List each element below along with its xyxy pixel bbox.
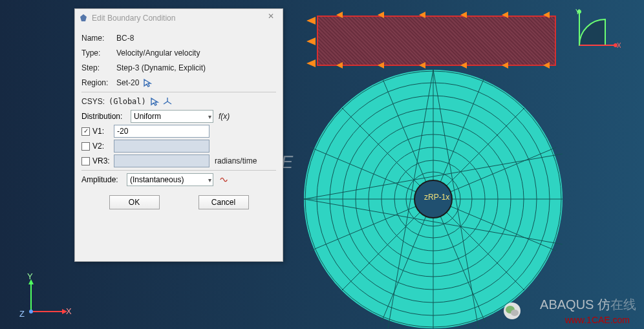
amplitude-label: Amplitude: (81, 175, 127, 184)
velocity-arrow (306, 37, 316, 45)
velocity-arrow (502, 62, 508, 69)
velocity-arrow (543, 12, 550, 18)
fx-label: f(x) (219, 112, 230, 121)
name-value: BC-8 (116, 34, 134, 43)
pick-icon[interactable] (143, 78, 152, 87)
vr3-checkbox-row: VR3: (81, 156, 114, 165)
amplitude-combo[interactable]: (Instantaneous) ▾ (127, 173, 213, 186)
chevron-down-icon: ▾ (208, 113, 211, 120)
v1-checkbox[interactable] (81, 127, 90, 136)
amplitude-wave-icon[interactable] (220, 175, 229, 184)
reference-point-label: zRP-1x (424, 193, 449, 202)
velocity-arrow (502, 12, 508, 18)
csys-label: CSYS: (81, 97, 109, 106)
velocity-arrow (306, 59, 316, 67)
distribution-combo[interactable]: Uniform ▾ (131, 110, 213, 123)
chevron-down-icon: ▾ (208, 176, 211, 184)
watermark-url: www.1CAE.com (565, 315, 630, 325)
velocity-arrow (419, 62, 425, 69)
vr3-input[interactable] (114, 154, 209, 167)
svg-marker-35 (80, 14, 87, 21)
axis-x-label: X (66, 306, 72, 316)
axis-y-label: Y (27, 271, 33, 281)
vr3-checkbox[interactable] (81, 157, 90, 165)
v1-input[interactable]: -20 (114, 125, 209, 138)
velocity-arrow (378, 12, 384, 18)
watermark-app: ABAQUS 仿在线 (540, 296, 636, 313)
type-value: Velocity/Angular velocity (116, 48, 200, 58)
velocity-arrow (419, 12, 425, 18)
v2-checkbox-row: V2: (81, 142, 114, 151)
v1-label: V1: (92, 127, 104, 136)
pick-icon[interactable] (150, 97, 159, 106)
svg-text:Y: Y (575, 9, 580, 16)
dialog-titlebar[interactable]: Edit Boundary Condition ✕ (75, 9, 283, 27)
app-icon (79, 14, 88, 23)
step-label: Step: (81, 63, 116, 72)
velocity-arrow (543, 62, 550, 69)
v1-checkbox-row: V1: (81, 127, 114, 136)
v2-checkbox[interactable] (81, 142, 90, 151)
wechat-icon (503, 302, 521, 320)
ok-button[interactable]: OK (109, 195, 160, 209)
csys-value: (Global) (109, 97, 146, 106)
orientation-triad-bottom-left: X Y Z (19, 277, 71, 322)
cancel-button[interactable]: Cancel (199, 195, 249, 209)
dialog-title: Edit Boundary Condition (92, 14, 263, 23)
name-label: Name: (81, 34, 116, 43)
distribution-label: Distribution: (81, 112, 131, 121)
velocity-arrow (460, 12, 467, 18)
v2-label: V2: (92, 142, 104, 151)
region-value: Set-20 (116, 78, 139, 87)
edit-boundary-condition-dialog: Edit Boundary Condition ✕ Name: BC-8 Typ… (74, 8, 283, 262)
csys-axes-icon[interactable] (163, 97, 172, 106)
axis-z-label: Z (19, 309, 25, 319)
velocity-arrow (460, 62, 467, 69)
region-label: Region: (81, 78, 116, 87)
svg-point-34 (511, 310, 519, 316)
svg-point-31 (29, 310, 33, 313)
vr3-label: VR3: (92, 156, 110, 165)
velocity-mesh-bar (317, 16, 556, 66)
svg-text:X: X (617, 42, 621, 49)
velocity-arrow (306, 17, 316, 25)
step-value: Step-3 (Dynamic, Explicit) (116, 63, 206, 72)
orientation-triad-top-right: X Y (575, 9, 621, 52)
velocity-arrow (336, 62, 343, 69)
velocity-arrow (378, 62, 384, 69)
type-label: Type: (81, 48, 116, 58)
v2-input[interactable] (114, 140, 209, 153)
vr3-units: radians/time (215, 156, 257, 165)
velocity-arrow (336, 12, 343, 18)
close-icon[interactable]: ✕ (263, 12, 279, 25)
